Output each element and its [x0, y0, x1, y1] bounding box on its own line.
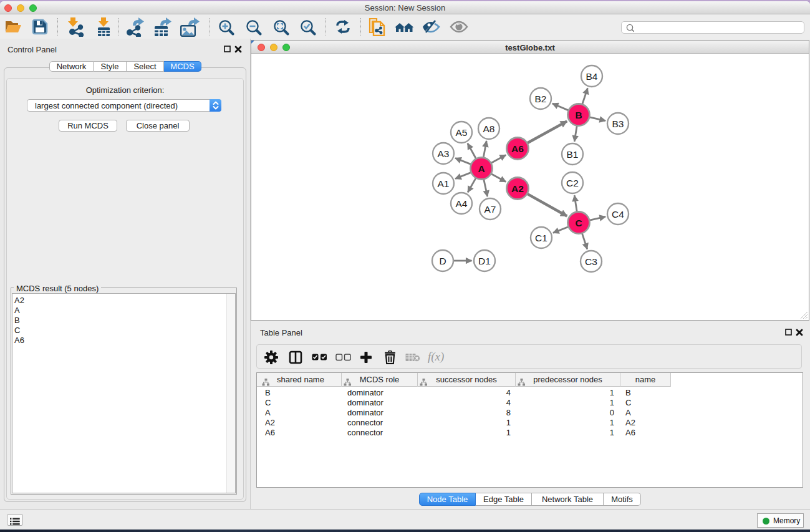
svg-text:D1: D1: [478, 256, 491, 266]
svg-text:C3: C3: [585, 256, 597, 267]
svg-text:A6: A6: [511, 143, 524, 154]
svg-text:B1: B1: [567, 149, 579, 160]
svg-text:A3: A3: [438, 148, 450, 159]
svg-text:C4: C4: [612, 209, 624, 220]
svg-text:A: A: [478, 163, 485, 174]
svg-text:B: B: [575, 110, 582, 120]
svg-text:C1: C1: [535, 233, 547, 243]
svg-text:B3: B3: [612, 118, 624, 129]
svg-text:C: C: [575, 218, 582, 228]
svg-text:B4: B4: [586, 71, 598, 82]
svg-text:A4: A4: [456, 198, 468, 209]
svg-text:D: D: [439, 256, 446, 266]
svg-text:A8: A8: [483, 123, 495, 134]
svg-text:C2: C2: [566, 178, 579, 188]
svg-text:A1: A1: [438, 178, 450, 189]
svg-text:A2: A2: [511, 183, 524, 194]
svg-text:A7: A7: [485, 204, 496, 215]
svg-text:B2: B2: [535, 94, 547, 104]
svg-text:A5: A5: [456, 127, 468, 138]
